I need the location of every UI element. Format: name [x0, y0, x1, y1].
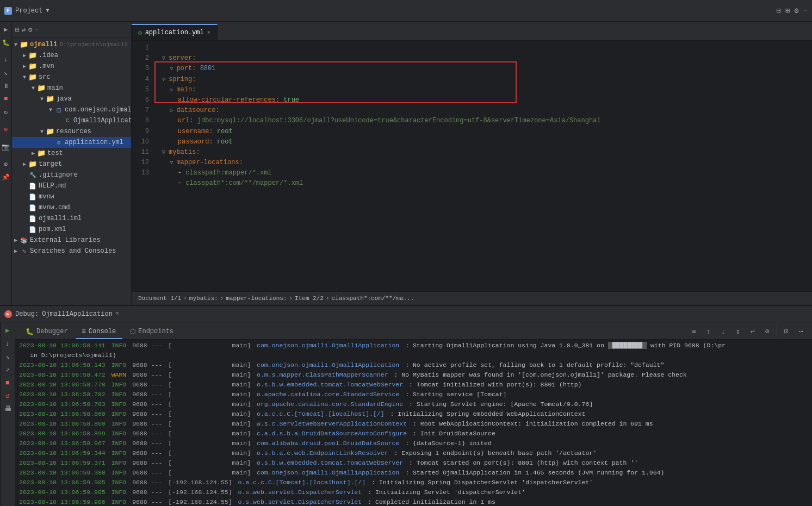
tree-item-appyml[interactable]: ▶ ⚙ application.yml — [12, 137, 131, 148]
pin-icon[interactable]: 📌 — [1, 172, 11, 183]
settings-icon[interactable]: ⚙ — [794, 6, 798, 15]
console-toolbar-back[interactable]: ↩ — [746, 325, 759, 338]
editor-tab-appyml[interactable]: ⚙ application.yml × — [132, 24, 218, 40]
idea-arrow[interactable]: ▶ — [21, 52, 28, 59]
tree-item-java[interactable]: ▼ 📁 java — [12, 93, 131, 104]
panel-toolbar: ⊟ ⇄ ⚙ − — [12, 22, 131, 38]
tree-item-mvnwcmd[interactable]: ▶ 📄 mvnw.cmd — [12, 202, 131, 213]
run-icon[interactable]: ▶ — [1, 24, 11, 35]
debug-step-into-icon[interactable]: ↘ — [2, 351, 14, 363]
debug-tab-endpoints[interactable]: ⬡ Endpoints — [123, 325, 180, 339]
resources-arrow[interactable]: ▼ — [38, 128, 46, 135]
tree-item-helpmd[interactable]: ▶ 📄 HELP.md — [12, 180, 131, 191]
root-expand-arrow[interactable]: ▼ — [12, 41, 20, 48]
debug-step-out-icon[interactable]: ↗ — [2, 364, 14, 376]
tree-item-extlibs[interactable]: ▶ 📚 External Libraries — [12, 235, 131, 246]
fold-1[interactable]: ▽ — [162, 54, 169, 63]
package-arrow[interactable]: ▼ — [47, 106, 54, 114]
debug-resume-icon[interactable]: ▶ — [2, 324, 14, 336]
fold-2[interactable]: ▽ — [170, 65, 176, 73]
fold-6[interactable]: ▷ — [170, 107, 176, 115]
breakpoints-icon[interactable]: ⊙ — [1, 124, 11, 135]
fold-4[interactable]: ▷ — [170, 86, 176, 95]
debug-stop-icon[interactable]: ■ — [2, 377, 14, 389]
tree-item-src[interactable]: ▼ 📁 src — [12, 72, 131, 83]
pomxml-icon: 📄 — [28, 226, 37, 233]
camera-icon[interactable]: 📷 — [1, 141, 11, 152]
gear-icon[interactable]: ⚙ — [1, 159, 11, 170]
console-toolbar-down2[interactable]: ↧ — [732, 325, 745, 338]
fold-11[interactable]: ▽ — [170, 159, 176, 167]
project-dropdown-arrow[interactable]: ▼ — [46, 8, 49, 14]
breadcrumb-item-2[interactable]: Item 2/2 — [295, 295, 324, 302]
debug-tab-debugger[interactable]: 🐛 Debugger — [19, 325, 75, 339]
log-line: 2023-08-10 13:06:58.783 INFO 9688 --- [ … — [15, 399, 812, 409]
breadcrumb-classpath[interactable]: classpath*:com/**/ma... — [332, 295, 414, 302]
extlibs-arrow[interactable]: ▶ — [12, 236, 20, 244]
main-arrow[interactable]: ▼ — [29, 84, 37, 92]
target-arrow[interactable]: ▶ — [21, 160, 28, 168]
console-toolbar-wrap[interactable]: ⊡ — [780, 325, 793, 338]
debug-step-over-icon[interactable]: ↓ — [2, 338, 14, 349]
test-arrow[interactable]: ▶ — [29, 149, 37, 157]
tree-item-iml[interactable]: ▶ 📄 ojmall1.iml — [12, 213, 131, 224]
tree-item-test[interactable]: ▶ 📁 test — [12, 148, 131, 159]
tree-item-gitignore[interactable]: ▶ 🔧 .gitignore — [12, 170, 131, 180]
tree-item-main[interactable]: ▼ 📁 main — [12, 83, 131, 93]
tree-item-scratches[interactable]: ▶ ✎ Scratches and Consoles — [12, 246, 131, 257]
toolbar-settings-icon[interactable]: ⚙ — [28, 26, 33, 34]
debug-rerun-icon[interactable]: ↺ — [2, 390, 14, 402]
tree-item-mvn[interactable]: ▶ 📁 .mvn — [12, 61, 131, 72]
toolbar-split-icon[interactable]: ⇄ — [22, 26, 26, 34]
console-toolbar-up[interactable]: ↑ — [702, 325, 715, 338]
code-editor[interactable]: 1 2 3 4 5 6 7 8 9 10 11 12 13 ▽server: ▽… — [132, 41, 812, 291]
step-over-icon[interactable]: ↓ — [1, 54, 11, 65]
tree-item-pomxml[interactable]: ▶ 📄 pom.xml — [12, 224, 131, 235]
src-arrow[interactable]: ▼ — [21, 73, 28, 81]
log-line: 2023-08-10 13:06:59.906 INFO 9688 --- [-… — [15, 497, 812, 506]
debug-header-close[interactable]: × — [116, 311, 119, 317]
toolbar-layout-icon[interactable]: ⊟ — [15, 26, 20, 34]
log-line: 2023-08-10 13:06:58.899 INFO 9688 --- [ … — [15, 429, 812, 439]
app-class-label: Ojmall1Application — [73, 117, 131, 124]
root-path: D:\projects\ojmall1 — [59, 41, 127, 48]
tab-close-btn[interactable]: × — [207, 30, 210, 36]
console-toolbar-list[interactable]: ≡ — [687, 325, 701, 338]
console-toolbar-more[interactable]: ⋯ — [795, 325, 808, 338]
project-label[interactable]: Project — [15, 7, 42, 15]
close-panel-icon[interactable]: − — [803, 6, 808, 15]
breadcrumb-doc[interactable]: Document 1/1 — [138, 295, 181, 302]
layout-icon[interactable]: ⊟ — [776, 6, 780, 15]
fold-10[interactable]: ▽ — [162, 148, 169, 157]
tree-root[interactable]: ▼ 📁 ojmall1 D:\projects\ojmall1 — [12, 39, 131, 50]
rerun-icon[interactable]: ↻ — [1, 107, 11, 117]
split-icon[interactable]: ⊞ — [785, 6, 790, 15]
debug-print-icon[interactable]: 🖶 — [2, 403, 14, 415]
tree-item-resources[interactable]: ▼ 📁 resources — [12, 126, 131, 137]
mvn-arrow[interactable]: ▶ — [21, 63, 28, 70]
breadcrumb-sep2: › — [220, 295, 224, 302]
fold-3[interactable]: ▽ — [162, 76, 169, 84]
step-into-icon[interactable]: ↘ — [1, 67, 11, 78]
tree-item-mvnw[interactable]: ▶ 📄 mvnw — [12, 191, 131, 202]
tree-item-app-class[interactable]: ▶ C Ojmall1Application — [12, 115, 131, 126]
breadcrumb-mybatis[interactable]: mybatis: — [189, 295, 218, 302]
toolbar-minus-icon[interactable]: − — [34, 26, 39, 34]
stop-icon[interactable]: ■ — [1, 93, 11, 104]
tree-item-package[interactable]: ▼ ◫ com.onejson.ojmall1 — [12, 104, 131, 115]
java-arrow[interactable]: ▼ — [38, 95, 46, 103]
mvnw-icon: 📄 — [28, 193, 37, 201]
scratches-arrow[interactable]: ▶ — [12, 247, 20, 255]
helpmd-icon: 📄 — [28, 182, 37, 190]
console-toolbar-filter[interactable]: ⊘ — [761, 325, 774, 338]
log-area[interactable]: 2023-08-10 13:06:58.141 INFO 9688 --- [ … — [15, 340, 812, 506]
debug-icon[interactable]: 🐛 — [1, 37, 11, 48]
tree-item-target[interactable]: ▶ 📁 target — [12, 159, 131, 170]
breadcrumb-mapper-locations[interactable]: mapper-locations: — [226, 295, 287, 302]
pause-icon[interactable]: ⏸ — [1, 80, 11, 91]
debug-tab-debugger-label: Debugger — [36, 328, 68, 335]
tree-item-idea[interactable]: ▶ 📁 .idea — [12, 50, 131, 61]
code-content[interactable]: ▽server: ▽port: 8801 ▽spring: ▷main: all… — [153, 41, 812, 202]
console-toolbar-down[interactable]: ↓ — [717, 325, 730, 338]
debug-tab-console[interactable]: ≡ Console — [76, 325, 123, 339]
